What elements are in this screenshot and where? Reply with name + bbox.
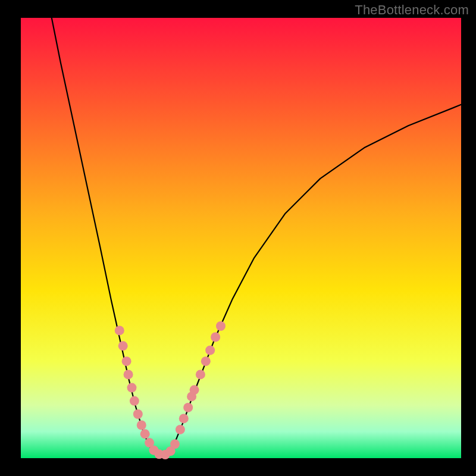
data-dot — [124, 369, 133, 379]
watermark-text: TheBottleneck.com — [355, 2, 469, 18]
data-dot — [118, 341, 128, 350]
data-dot — [133, 409, 143, 419]
data-dot — [216, 321, 226, 331]
data-dot — [127, 383, 137, 393]
data-dot — [115, 325, 124, 335]
plot-background — [21, 18, 461, 458]
data-dot — [140, 429, 150, 439]
data-dot — [122, 356, 131, 366]
data-dot — [205, 346, 215, 355]
data-dot — [201, 356, 211, 366]
data-dot — [170, 439, 180, 449]
chart-frame: { "watermark": "TheBottleneck.com", "cha… — [0, 0, 476, 476]
data-dot — [137, 421, 146, 430]
data-dot — [196, 369, 205, 379]
data-dot — [190, 385, 199, 394]
data-dot — [130, 396, 139, 406]
bottleneck-chart — [0, 0, 476, 476]
data-dot — [211, 333, 220, 342]
data-dot — [176, 425, 185, 434]
data-dot — [183, 403, 193, 412]
data-dot — [179, 414, 189, 423]
